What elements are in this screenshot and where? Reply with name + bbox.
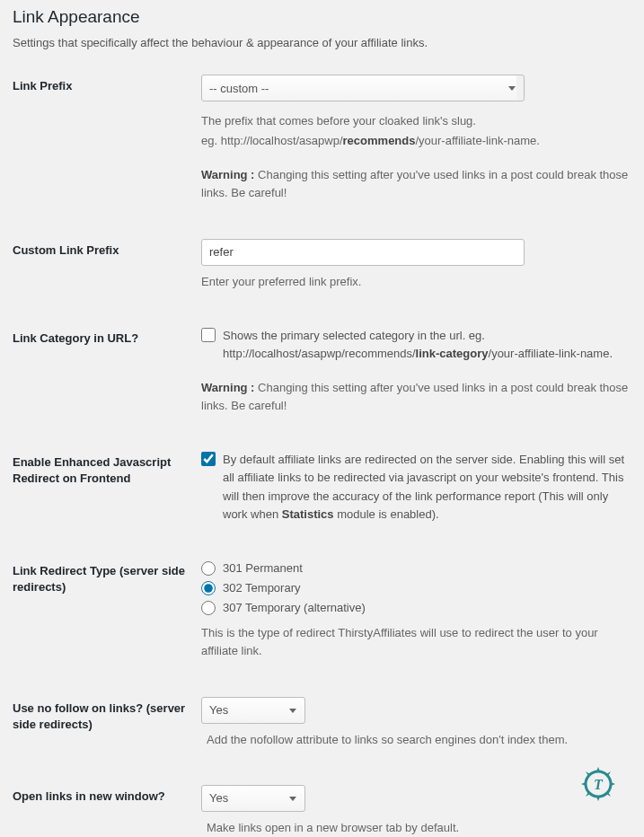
- page-subtitle: Settings that specifically affect the be…: [13, 36, 631, 49]
- category-url-label: Link Category in URL?: [13, 327, 201, 347]
- redirect-301-label[interactable]: 301 Permanent: [223, 559, 303, 577]
- redirect-type-label: Link Redirect Type (server side redirect…: [13, 559, 201, 595]
- redirect-302-radio[interactable]: [201, 581, 216, 595]
- page-title: Link Appearance: [13, 7, 631, 27]
- custom-prefix-input[interactable]: [201, 239, 525, 266]
- category-url-text: Shows the primary selected category in t…: [223, 327, 631, 363]
- redirect-type-desc: This is the type of redirect ThirstyAffi…: [201, 624, 631, 660]
- link-prefix-label: Link Prefix: [13, 75, 201, 94]
- link-prefix-desc1: The prefix that comes before your cloake…: [201, 112, 631, 130]
- nofollow-desc: Add the nofollow attribute to links so s…: [207, 731, 631, 749]
- custom-prefix-desc: Enter your preferred link prefix.: [201, 273, 631, 291]
- link-prefix-select[interactable]: -- custom --: [201, 75, 525, 101]
- link-prefix-warning: Warning : Changing this setting after yo…: [201, 166, 631, 202]
- category-url-warning: Warning : Changing this setting after yo…: [201, 379, 631, 415]
- category-url-checkbox[interactable]: [201, 328, 216, 342]
- newwindow-desc: Make links open in a new browser tab by …: [207, 819, 631, 837]
- newwindow-select[interactable]: Yes: [201, 785, 305, 812]
- enhanced-js-text: By default affiliate links are redirecte…: [223, 451, 631, 524]
- enhanced-js-checkbox[interactable]: [201, 452, 216, 466]
- newwindow-label: Open links in new window?: [13, 785, 201, 805]
- enhanced-js-label: Enable Enhanced Javascript Redirect on F…: [13, 451, 201, 487]
- custom-prefix-label: Custom Link Prefix: [13, 239, 201, 259]
- redirect-301-radio[interactable]: [201, 561, 216, 576]
- link-prefix-desc2: eg. http://localhost/asapwp/recommends/y…: [201, 132, 631, 150]
- redirect-302-label[interactable]: 302 Temporary: [223, 579, 300, 597]
- nofollow-select[interactable]: Yes: [201, 697, 305, 724]
- redirect-307-label[interactable]: 307 Temporary (alternative): [223, 599, 366, 617]
- redirect-307-radio[interactable]: [201, 601, 216, 615]
- nofollow-label: Use no follow on links? (server side red…: [13, 697, 201, 733]
